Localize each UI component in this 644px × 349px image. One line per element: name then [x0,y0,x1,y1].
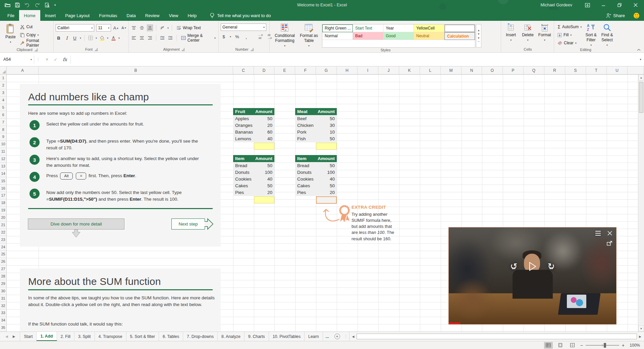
font-size-select[interactable]: 11▾ [96,24,111,32]
decrease-font-icon[interactable]: A▼ [121,24,127,31]
row-header-21[interactable]: 21 [0,221,6,229]
row-header-17[interactable]: 17 [0,192,6,199]
scroll-right-icon[interactable]: ▶ [638,335,643,338]
page-break-view-button[interactable] [568,342,577,349]
column-header-Q[interactable]: Q [524,66,544,74]
gallery-up-icon[interactable]: ▲ [477,29,480,32]
video-player[interactable]: ↺10 ↻30 [448,227,616,325]
video-rewind-button[interactable]: ↺10 [510,262,518,271]
row-header-33[interactable]: 33 [0,309,6,317]
normal-view-button[interactable] [544,342,553,349]
increase-font-icon[interactable]: A▲ [113,24,119,31]
gallery-more-icon[interactable]: ▼─ [477,37,480,43]
restore-icon[interactable] [616,2,623,8]
name-box[interactable]: A54▾ [0,55,34,64]
row-header-19[interactable]: 19 [0,207,6,214]
column-header-F[interactable]: F [295,66,316,74]
underline-button[interactable]: U [72,35,78,41]
formula-bar-handle[interactable]: ⋮ [34,57,42,62]
row-header-10[interactable]: 10 [0,141,6,148]
open-icon[interactable] [5,3,10,7]
formula-input[interactable] [71,55,637,64]
merge-center-button[interactable]: Merge & Center ▾ [180,34,217,42]
conditional-formatting-button[interactable]: ≠ Conditional Formatting▾ [272,22,298,48]
fill-button[interactable]: Fill▾ [556,31,583,39]
insert-cells-button[interactable]: Insert▾ [503,22,519,46]
ribbon-tab-view[interactable]: View [164,10,183,21]
tab-splitter-handle[interactable]: ⋮ [344,334,348,339]
number-dialog-launcher[interactable] [251,48,254,51]
italic-button[interactable]: I [64,35,70,41]
column-header-I[interactable]: I [358,66,378,74]
column-header-J[interactable]: J [378,66,399,74]
cell-style-bad[interactable]: Bad [353,32,383,40]
cell-style-year[interactable]: Year [383,24,414,32]
column-header-T[interactable]: T [586,66,607,74]
zoom-slider[interactable] [586,345,619,346]
share-button[interactable]: Share [606,13,625,18]
increase-decimal-icon[interactable]: ←.0.00 [257,33,263,40]
font-name-select[interactable]: Calibri▾ [56,24,94,32]
accounting-format-icon[interactable]: $ [221,33,227,40]
sheet-tab-8-analyze[interactable]: 8. Analyze [218,332,245,341]
close-icon[interactable] [633,2,639,8]
align-right-icon[interactable] [147,35,153,41]
row-header-15[interactable]: 15 [0,177,6,185]
dive-down-button[interactable]: Dive down for more detail [28,218,124,230]
copy-button[interactable]: Copy ▾ [19,31,52,39]
wrap-text-button[interactable]: Wrap Text [175,24,202,32]
cut-button[interactable]: Cut [19,23,52,31]
row-header-8[interactable]: 8 [0,126,6,133]
row-header-22[interactable]: 22 [0,229,6,236]
column-header-O[interactable]: O [482,66,503,74]
collapse-ribbon-icon[interactable] [637,49,641,51]
sheet-nav-prev-icon[interactable]: ◀ [5,335,8,338]
sheet-tab-4-transpose[interactable]: 4. Transpose [95,332,126,341]
row-header-18[interactable]: 18 [0,199,6,207]
video-menu-icon[interactable] [595,231,601,235]
orientation-icon[interactable]: ab [159,24,165,31]
sheet-nav-next-icon[interactable]: ▶ [13,335,15,338]
comma-icon[interactable]: , [243,33,249,40]
ribbon-tab-page-layout[interactable]: Page Layout [60,10,94,21]
row-header-23[interactable]: 23 [0,236,6,243]
cell-style-blank[interactable] [444,24,475,32]
confirm-entry-icon[interactable]: ✓ [54,57,57,62]
row-header-2[interactable]: 2 [0,82,6,89]
signed-in-user[interactable]: Michael Gordeev [541,3,573,7]
zoom-level[interactable]: 100% [628,343,640,348]
cell-style-yellowcell[interactable]: YellowCell [414,24,444,32]
row-header-34[interactable]: 34 [0,317,6,324]
ribbon-tab-insert[interactable]: Insert [40,10,61,21]
row-header-13[interactable]: 13 [0,163,6,170]
print-preview-icon[interactable] [45,3,50,8]
horizontal-scroll-thumb[interactable] [357,334,637,339]
row-header-31[interactable]: 31 [0,295,6,302]
ribbon-tab-file[interactable]: File [3,10,19,21]
align-bottom-icon[interactable] [147,24,153,31]
align-left-icon[interactable] [131,35,137,41]
row-header-5[interactable]: 5 [0,104,6,111]
cancel-entry-icon[interactable]: × [46,57,48,62]
column-header-B[interactable]: B [39,66,233,74]
video-forward-button[interactable]: ↻30 [548,262,555,271]
next-step-button[interactable]: Next step [171,218,205,230]
ribbon-tab-review[interactable]: Review [141,10,164,21]
row-header-29[interactable]: 29 [0,280,6,288]
sheet-tab-learn[interactable]: Learn [305,332,323,341]
cell-style-good[interactable]: Good [383,32,414,40]
cell-style-normal[interactable]: Normal [322,32,353,40]
column-header-S[interactable]: S [565,66,586,74]
horizontal-scrollbar[interactable]: ◀ ▶ [349,332,644,341]
number-format-select[interactable]: General▾ [221,23,266,31]
column-header-L[interactable]: L [420,66,441,74]
zoom-in-icon[interactable]: + [622,343,625,348]
clipboard-dialog-launcher[interactable] [35,48,38,51]
zoom-out-icon[interactable]: − [580,343,583,348]
format-cells-button[interactable]: Format▾ [537,22,552,46]
row-header-11[interactable]: 11 [0,148,6,155]
cell-style-calculation[interactable]: Calculation [444,32,475,40]
sheet-tab-2-fill[interactable]: 2. Fill [57,332,74,341]
delete-cells-button[interactable]: Delete▾ [520,22,535,46]
column-header-N[interactable]: N [462,66,482,74]
